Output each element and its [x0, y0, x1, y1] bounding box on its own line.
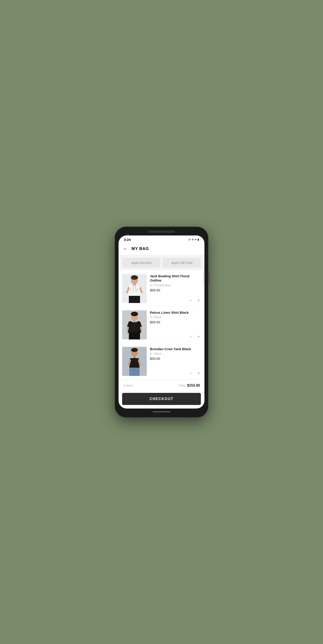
increase-qty-3[interactable]: + — [196, 370, 201, 376]
item-name-2: Petros Linen Shirt Black — [150, 310, 201, 315]
page-title: MY BAG — [132, 246, 149, 251]
cart-item: Brendan Crew Tank Black S / Black $35.00… — [118, 343, 204, 380]
apply-discount-button[interactable]: Apply discount — [122, 258, 160, 268]
quantity-controls-1: − + — [188, 298, 201, 303]
item-variant-1: S / FloralOutline — [150, 284, 201, 287]
phone-frame: 3:24 ⊙ ⊖ ▾ ▮ ← MY BAG Apply discount App… — [114, 226, 208, 418]
product-image-1 — [122, 274, 147, 303]
total-amount: $153.00 — [187, 384, 200, 388]
back-button[interactable]: ← — [123, 246, 128, 252]
svg-rect-8 — [129, 296, 140, 303]
phone-speaker — [148, 230, 175, 233]
battery-icon: ▮ — [198, 238, 199, 241]
cart-footer: 3 items Total $153.00 — [118, 380, 204, 391]
product-image-2 — [122, 310, 147, 340]
decrease-qty-3[interactable]: − — [188, 370, 193, 376]
page-header: ← MY BAG — [118, 243, 204, 255]
item-name-1: Jack Boating Shirt Floral Outline — [150, 274, 201, 283]
item-variant-2: S / Black — [150, 316, 201, 319]
status-time: 3:24 — [124, 238, 131, 242]
promo-buttons: Apply discount Apply Gift Card — [118, 255, 204, 270]
quantity-controls-3: − + — [188, 370, 201, 376]
cart-item: Petros Linen Shirt Black S / Black $59.0… — [118, 307, 204, 343]
minus-circle-icon: ⊖ — [192, 238, 194, 241]
product-image-3 — [122, 347, 147, 376]
wifi-icon: ▾ — [195, 238, 196, 241]
svg-rect-14 — [129, 332, 140, 340]
volume-icon: ⊙ — [188, 238, 190, 241]
cart-item: Jack Boating Shirt Floral Outline S / Fl… — [118, 270, 204, 307]
svg-point-11 — [131, 312, 138, 316]
svg-rect-20 — [135, 358, 137, 361]
item-price-1: $59.00 — [150, 288, 201, 292]
phone-screen: 3:24 ⊙ ⊖ ▾ ▮ ← MY BAG Apply discount App… — [118, 236, 204, 408]
svg-point-17 — [131, 348, 138, 352]
phone-side-button — [208, 271, 210, 285]
increase-qty-1[interactable]: + — [196, 298, 201, 303]
item-price-2: $59.00 — [150, 320, 201, 324]
apply-gift-card-button[interactable]: Apply Gift Card — [162, 258, 201, 268]
total-label: Total — [179, 384, 186, 387]
items-count: 3 items — [123, 384, 133, 387]
svg-point-2 — [131, 275, 138, 280]
decrease-qty-2[interactable]: − — [188, 334, 193, 340]
item-variant-3: S / Black — [150, 352, 201, 355]
home-bar — [152, 411, 170, 412]
item-price-3: $35.00 — [150, 357, 201, 360]
svg-rect-19 — [132, 358, 134, 361]
increase-qty-2[interactable]: + — [196, 334, 201, 340]
item-name-3: Brendan Crew Tank Black — [150, 347, 201, 351]
status-icons: ⊙ ⊖ ▾ ▮ — [188, 238, 199, 241]
cart-items-list: Jack Boating Shirt Floral Outline S / Fl… — [118, 270, 204, 380]
quantity-controls-2: − + — [188, 334, 201, 340]
total-section: Total $153.00 — [179, 384, 200, 388]
checkout-button[interactable]: CHECKOUT — [122, 393, 201, 405]
status-bar: 3:24 ⊙ ⊖ ▾ ▮ — [118, 236, 204, 243]
decrease-qty-1[interactable]: − — [188, 298, 193, 303]
